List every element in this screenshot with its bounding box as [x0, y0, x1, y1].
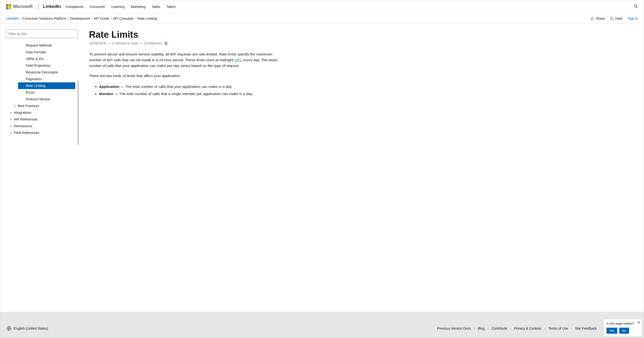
close-icon: [637, 321, 640, 324]
nav-sales[interactable]: Sales: [152, 5, 160, 9]
search-button[interactable]: [634, 4, 638, 9]
breadcrumb-item-2[interactable]: Development: [70, 16, 90, 20]
microsoft-logo-icon: [6, 4, 11, 9]
feedback-no-button[interactable]: No: [619, 328, 629, 334]
feedback-yes-button[interactable]: Yes: [606, 328, 617, 334]
list-item-member: Member — The total number of calls that …: [99, 90, 283, 97]
footer: English (United States) Previous Version…: [0, 312, 644, 338]
footer-privacy[interactable]: Privacy & Cookies: [514, 327, 542, 330]
sidebar-item-response-decoration[interactable]: Response Decoration: [6, 69, 81, 76]
limits-list: Application — The total number of calls …: [99, 83, 283, 98]
main-layout: Request Methods Data Formats URNs & IDs …: [0, 24, 644, 312]
footer-terms[interactable]: Terms of Use: [548, 327, 568, 330]
nav-learning[interactable]: Learning: [112, 5, 125, 9]
article-read-time: 2 minutes to read: [112, 41, 138, 45]
article-paragraph-1: To prevent abuse and ensure service stab…: [89, 51, 283, 69]
sidebar-item-urns-ids[interactable]: URNs & IDs: [6, 55, 81, 62]
feedback-prompt: Is this page helpful?: [606, 322, 639, 325]
locale-selector[interactable]: English (United States): [6, 326, 48, 331]
share-button[interactable]: Share: [590, 16, 604, 20]
feedback-popup: Is this page helpful? Yes No: [603, 319, 642, 337]
utc-link[interactable]: UTC: [234, 58, 242, 62]
breadcrumb-item-1[interactable]: Consumer Solutions Platform: [22, 16, 66, 20]
list-item-application: Application — The total number of calls …: [99, 83, 283, 90]
sub-bar: LinkedIn / Consumer Solutions Platform /…: [0, 13, 644, 24]
nav-marketing[interactable]: Marketing: [131, 5, 146, 9]
footer-site-feedback[interactable]: Site Feedback: [575, 327, 597, 330]
moon-icon: [610, 16, 614, 20]
sidebar-item-pagination[interactable]: Pagination: [6, 76, 81, 82]
contributors-label: Contributors: [144, 41, 162, 45]
meta-separator: [140, 41, 142, 45]
sidebar-item-best-practices[interactable]: Best Practices: [6, 103, 81, 109]
microsoft-logo[interactable]: Microsoft: [6, 4, 33, 9]
breadcrumb-separator: /: [68, 16, 69, 20]
breadcrumb-separator: /: [20, 16, 21, 20]
product-label[interactable]: LinkedIn: [43, 4, 61, 9]
locale-label: English (United States): [14, 327, 48, 330]
sidebar-item-field-references[interactable]: Field References: [6, 129, 81, 136]
meta-separator: [108, 41, 110, 45]
breadcrumb-item-5[interactable]: Rate Limiting: [137, 16, 157, 20]
scrollbar-thumb[interactable]: [78, 80, 79, 145]
share-icon: [590, 16, 594, 20]
microsoft-brand-text: Microsoft: [13, 4, 33, 9]
feedback-close-button[interactable]: [637, 321, 640, 325]
footer-previous-version-docs[interactable]: Previous Version Docs: [437, 327, 471, 330]
page-actions: Share Dark Sign in: [590, 16, 638, 20]
article-meta: 10/26/2018 2 minutes to read Contributor…: [89, 41, 283, 45]
theme-label: Dark: [616, 16, 622, 20]
sidebar-item-permissions[interactable]: Permissions: [6, 123, 81, 129]
breadcrumb-separator: /: [135, 16, 136, 20]
signin-link[interactable]: Sign in: [628, 16, 638, 20]
contributor-avatar-icon[interactable]: [164, 41, 168, 45]
nav-talent[interactable]: Talent: [167, 5, 176, 9]
article-paragraph-2: There are two kinds of limits that affec…: [89, 73, 283, 79]
article-date: 10/26/2018: [89, 41, 106, 45]
breadcrumb-root[interactable]: LinkedIn: [6, 16, 19, 20]
article: Rate Limits 10/26/2018 2 minutes to read…: [81, 24, 297, 312]
sidebar-item-rate-limiting[interactable]: Rate Limiting: [18, 82, 75, 89]
sidebar-item-integrations[interactable]: Integrations: [6, 109, 81, 116]
svg-line-1: [636, 7, 638, 8]
sidebar-item-api-references[interactable]: API References: [6, 116, 81, 123]
breadcrumb: LinkedIn / Consumer Solutions Platform /…: [6, 16, 157, 20]
breadcrumb-item-4[interactable]: API Concepts: [113, 16, 134, 20]
sidebar: Request Methods Data Formats URNs & IDs …: [0, 24, 81, 312]
nav-compliance[interactable]: Compliance: [66, 5, 84, 9]
svg-point-0: [634, 4, 637, 7]
share-label: Share: [596, 16, 604, 20]
svg-point-3: [166, 42, 167, 43]
breadcrumb-separator: /: [110, 16, 112, 20]
search-icon: [634, 4, 638, 8]
filter-input[interactable]: [6, 29, 78, 38]
sidebar-item-data-formats[interactable]: Data Formats: [6, 49, 81, 55]
footer-blog[interactable]: Blog: [478, 327, 484, 330]
divider: [38, 4, 39, 9]
sidebar-item-errors[interactable]: Errors: [6, 89, 81, 96]
sidebar-item-request-methods[interactable]: Request Methods: [6, 42, 81, 49]
top-nav: Microsoft LinkedIn Compliance Consumer L…: [0, 0, 644, 13]
top-nav-items: Compliance Consumer Learning Marketing S…: [66, 5, 176, 9]
footer-contribute[interactable]: Contribute: [492, 327, 507, 330]
theme-toggle[interactable]: Dark: [610, 16, 622, 20]
sidebar-tree: Request Methods Data Formats URNs & IDs …: [6, 42, 81, 148]
nav-consumer[interactable]: Consumer: [90, 5, 105, 9]
globe-icon: [6, 326, 11, 331]
sidebar-item-field-projections[interactable]: Field Projections: [6, 62, 81, 69]
breadcrumb-separator: /: [92, 16, 92, 20]
page-title: Rate Limits: [89, 29, 283, 40]
breadcrumb-item-3[interactable]: API Guide: [94, 16, 109, 20]
sidebar-item-protocol-version[interactable]: Protocol Version: [6, 96, 81, 103]
